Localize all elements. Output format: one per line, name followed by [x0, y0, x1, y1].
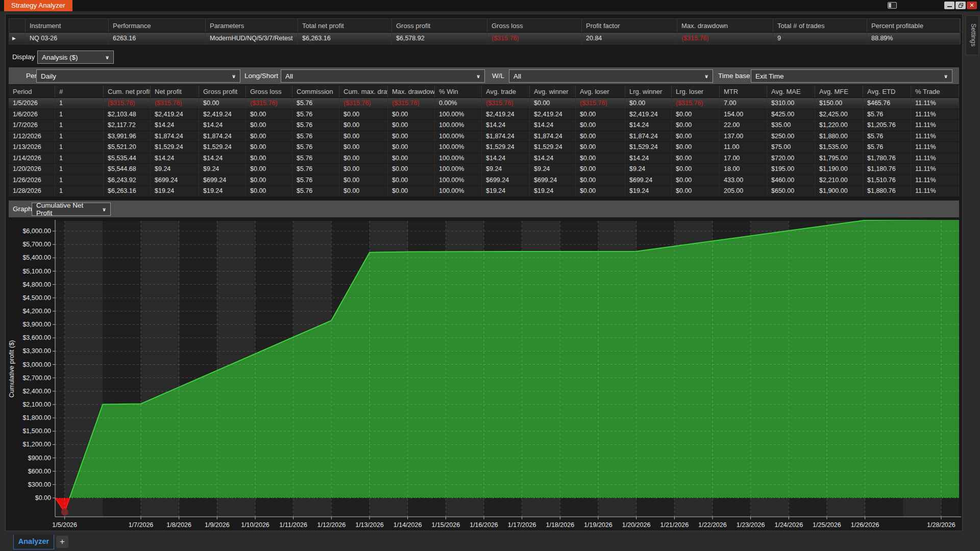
- column-header[interactable]: Max. drawdown: [677, 19, 773, 32]
- table-cell: ($315.76): [487, 33, 582, 44]
- table-cell: $0.00: [388, 142, 435, 153]
- y-tick-label: $600.00: [28, 468, 51, 475]
- column-header[interactable]: MTR: [720, 85, 767, 97]
- restore-icon: [959, 3, 963, 8]
- table-row[interactable]: 1/26/20261$6,243.92$699.24$699.24$0.00$5…: [9, 175, 959, 186]
- column-header[interactable]: Period: [9, 85, 55, 97]
- table-cell: 11.11%: [911, 164, 959, 174]
- titlebar: Strategy Analyzer ✕: [0, 0, 980, 11]
- y-tick-label: $2,700.00: [22, 374, 51, 382]
- table-cell: $14.24: [482, 120, 530, 131]
- table-cell: 11.11%: [911, 142, 959, 153]
- table-row[interactable]: 1/28/20261$6,263.16$19.24$19.24$0.00$5.7…: [9, 186, 959, 197]
- table-cell: 20.84: [582, 33, 677, 44]
- column-header[interactable]: Avg. winner: [530, 85, 576, 97]
- column-header[interactable]: Avg. MAE: [767, 85, 815, 97]
- y-tick-label: $5,700.00: [22, 241, 51, 248]
- table-row[interactable]: 1/13/20261$5,521.20$1,529.24$1,529.24$0.…: [9, 142, 959, 153]
- column-header[interactable]: Avg. trade: [482, 85, 530, 97]
- restore-button[interactable]: [955, 2, 966, 9]
- table-cell: $6,578.92: [392, 33, 487, 44]
- table-cell: $0.00: [576, 109, 625, 120]
- table-row[interactable]: 1/6/20261$2,103.48$2,419.24$2,419.24$0.0…: [9, 109, 959, 120]
- column-header[interactable]: Gross loss: [487, 19, 582, 32]
- column-header[interactable]: Net profit: [151, 85, 199, 97]
- column-header[interactable]: Lrg. loser: [672, 85, 720, 97]
- table-cell: $6,263.16: [104, 186, 151, 196]
- add-tab-button[interactable]: +: [56, 536, 68, 548]
- period-filter-dropdown[interactable]: Daily ∨: [36, 69, 240, 83]
- y-tick-label: $1,200.00: [22, 441, 51, 448]
- table-cell: $0.00: [339, 142, 388, 153]
- table-cell: $14.24: [530, 120, 576, 131]
- display-dropdown[interactable]: Analysis ($) ∨: [37, 51, 114, 64]
- column-header[interactable]: Profit factor: [582, 19, 677, 32]
- table-cell: $5.76: [292, 109, 339, 120]
- column-header[interactable]: Cum. max. drawdown: [339, 85, 388, 97]
- column-header[interactable]: Instrument: [26, 19, 109, 32]
- longshort-filter-dropdown[interactable]: All ∨: [281, 69, 485, 83]
- column-header[interactable]: Gross profit: [392, 19, 487, 32]
- table-cell: $0.00: [672, 175, 720, 186]
- table-cell: $14.24: [625, 153, 672, 164]
- column-header[interactable]: #: [55, 85, 104, 97]
- table-cell: $1,795.00: [815, 153, 863, 164]
- table-cell: 1/7/2026: [9, 120, 55, 131]
- table-cell: $6,263.16: [298, 33, 392, 44]
- table-cell: $2,419.24: [625, 109, 672, 120]
- instrument-link-icon[interactable]: [886, 2, 898, 10]
- close-button[interactable]: ✕: [967, 2, 977, 9]
- tab-analyzer[interactable]: Analyzer: [13, 535, 54, 549]
- chevron-down-icon: ∨: [704, 73, 708, 79]
- table-cell: 1: [55, 175, 104, 186]
- table-cell: 137.00: [720, 131, 767, 142]
- column-header[interactable]: Avg. MFE: [815, 85, 863, 97]
- table-cell: $5.76: [292, 120, 339, 131]
- analyzer-panel: InstrumentPerformanceParametersTotal net…: [5, 14, 963, 531]
- column-header[interactable]: Cum. net profit: [104, 85, 151, 97]
- column-header[interactable]: Percent profitable: [867, 19, 960, 32]
- column-header[interactable]: Parameters: [206, 19, 298, 32]
- table-cell: $699.24: [482, 175, 530, 186]
- table-cell: $1,874.24: [530, 131, 576, 142]
- table-row[interactable]: 1/14/20261$5,535.44$14.24$14.24$0.00$5.7…: [9, 153, 959, 164]
- column-header[interactable]: Total # of trades: [773, 19, 867, 32]
- table-row[interactable]: 1/12/20261$3,991.96$1,874.24$1,874.24$0.…: [9, 131, 959, 142]
- column-header[interactable]: % Win: [435, 85, 482, 97]
- table-cell: 1/12/2026: [9, 131, 55, 142]
- column-header[interactable]: Avg. ETD: [863, 85, 911, 97]
- wl-filter-dropdown[interactable]: All ∨: [509, 69, 713, 83]
- table-row[interactable]: 1/7/20261$2,117.72$14.24$14.24$0.00$5.76…: [9, 120, 959, 131]
- table-cell: $0.00: [388, 120, 435, 131]
- timebase-filter-dropdown[interactable]: Exit Time ∨: [751, 69, 952, 83]
- table-cell: $0.00: [246, 142, 292, 153]
- x-tick-label: 1/19/2026: [584, 521, 612, 529]
- column-header[interactable]: Max. drawdown: [388, 85, 435, 97]
- table-row[interactable]: 1/20/20261$5,544.68$9.24$9.24$0.00$5.76$…: [9, 164, 959, 175]
- column-header[interactable]: % Trade: [911, 85, 959, 97]
- expand-row-icon[interactable]: ▶: [9, 33, 26, 44]
- minimize-button[interactable]: [944, 2, 954, 9]
- table-row[interactable]: ▶NQ 03-266263.16ModernHUD/NQ/5/3/7/Retes…: [9, 32, 960, 44]
- table-cell: $14.24: [482, 153, 530, 164]
- table-cell: 1: [55, 142, 104, 153]
- table-cell: $5.76: [292, 175, 339, 186]
- column-header[interactable]: Lrg. winner: [625, 85, 672, 97]
- table-cell: 11.11%: [911, 153, 959, 164]
- table-cell: ($315.76): [677, 33, 773, 44]
- column-header[interactable]: Commission: [292, 85, 339, 97]
- settings-side-tab[interactable]: Settings: [966, 15, 979, 55]
- window-title-tab[interactable]: Strategy Analyzer: [4, 0, 72, 11]
- column-header[interactable]: Avg. loser: [576, 85, 625, 97]
- graph-type-dropdown[interactable]: Cumulative Net Profit ∨: [32, 203, 111, 216]
- table-cell: $14.24: [625, 120, 672, 131]
- table-cell: $5.76: [863, 109, 911, 120]
- column-header[interactable]: Gross profit: [199, 85, 246, 97]
- table-row[interactable]: 1/5/20261($315.76)($315.76)$0.00($315.76…: [9, 98, 959, 109]
- chevron-down-icon: ∨: [102, 207, 106, 212]
- column-header[interactable]: Total net profit: [298, 19, 392, 32]
- table-cell: $250.00: [767, 131, 815, 142]
- column-header[interactable]: Performance: [109, 19, 206, 32]
- table-cell: 205.00: [720, 186, 767, 196]
- column-header[interactable]: Gross loss: [246, 85, 292, 97]
